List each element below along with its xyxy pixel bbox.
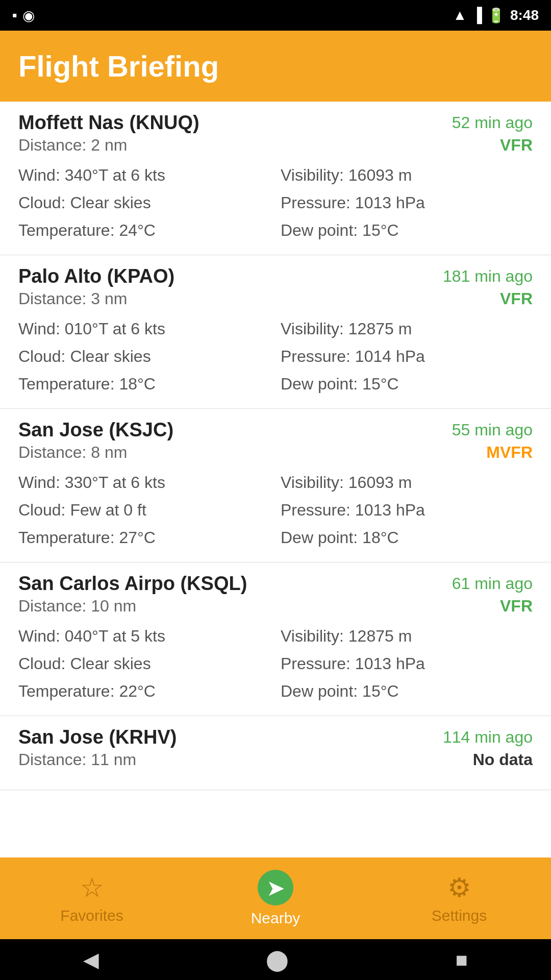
airport-header-0: Moffett Nas (KNUQ) 52 min ago	[18, 112, 533, 134]
temperature-3: Temperature: 22°C	[18, 679, 270, 703]
pressure-0: Pressure: 1013 hPa	[281, 190, 533, 215]
distance-2: Distance: 8 nm	[18, 443, 127, 462]
visibility-0: Visibility: 16093 m	[281, 163, 533, 187]
cloud-1: Cloud: Clear skies	[18, 344, 270, 369]
visibility-3: Visibility: 12875 m	[281, 624, 533, 648]
circle-icon: ◉	[22, 7, 35, 24]
distance-row-4: Distance: 11 nm No data	[18, 750, 533, 769]
temperature-1: Temperature: 18°C	[18, 372, 270, 396]
dewpoint-0: Dew point: 15°C	[281, 218, 533, 242]
recents-button[interactable]: ■	[456, 948, 468, 971]
wind-1: Wind: 010°T at 6 kts	[18, 316, 270, 341]
visibility-1: Visibility: 12875 m	[281, 316, 533, 341]
flight-rule-3: VFR	[500, 597, 533, 616]
flight-rule-1: VFR	[500, 289, 533, 308]
distance-row-0: Distance: 2 nm VFR	[18, 136, 533, 155]
airport-section-3[interactable]: San Carlos Airpo (KSQL) 61 min ago Dista…	[0, 562, 551, 716]
system-nav: ◀ ⬤ ■	[0, 939, 551, 980]
status-bar: ▪ ◉ ▲ ▐ 🔋 8:48	[0, 0, 551, 31]
favorites-icon: ☆	[80, 872, 104, 903]
dewpoint-1: Dew point: 15°C	[281, 372, 533, 396]
flight-rule-2: MVFR	[486, 443, 533, 462]
nav-settings-label: Settings	[432, 907, 487, 924]
weather-grid-3: Wind: 040°T at 5 kts Visibility: 12875 m…	[18, 624, 533, 703]
airport-name-1: Palo Alto (KPAO)	[18, 265, 174, 287]
dewpoint-3: Dew point: 15°C	[281, 679, 533, 703]
page-title: Flight Briefing	[18, 49, 533, 83]
time-ago-4: 114 min ago	[443, 728, 533, 747]
airport-section-4[interactable]: San Jose (KRHV) 114 min ago Distance: 11…	[0, 716, 551, 790]
bottom-nav: ☆ Favorites ➤ Nearby ⚙ Settings	[0, 857, 551, 939]
airports-list: Moffett Nas (KNUQ) 52 min ago Distance: …	[0, 102, 551, 790]
airport-name-2: San Jose (KSJC)	[18, 419, 173, 441]
airport-name-0: Moffett Nas (KNUQ)	[18, 112, 199, 134]
airport-section-1[interactable]: Palo Alto (KPAO) 181 min ago Distance: 3…	[0, 255, 551, 409]
time-ago-3: 61 min ago	[452, 574, 533, 593]
airport-header-3: San Carlos Airpo (KSQL) 61 min ago	[18, 573, 533, 595]
distance-4: Distance: 11 nm	[18, 750, 136, 769]
signal-icon: ▐	[472, 7, 482, 23]
airport-name-4: San Jose (KRHV)	[18, 726, 177, 748]
airport-section-2[interactable]: San Jose (KSJC) 55 min ago Distance: 8 n…	[0, 409, 551, 562]
nav-favorites-label: Favorites	[60, 907, 123, 924]
distance-0: Distance: 2 nm	[18, 136, 127, 155]
airport-header-2: San Jose (KSJC) 55 min ago	[18, 419, 533, 441]
time: 8:48	[510, 7, 539, 23]
weather-grid-1: Wind: 010°T at 6 kts Visibility: 12875 m…	[18, 316, 533, 396]
airport-header-1: Palo Alto (KPAO) 181 min ago	[18, 265, 533, 287]
airport-header-4: San Jose (KRHV) 114 min ago	[18, 726, 533, 748]
wind-2: Wind: 330°T at 6 kts	[18, 470, 270, 495]
status-right-icons: ▲ ▐ 🔋 8:48	[453, 7, 539, 24]
cloud-0: Cloud: Clear skies	[18, 190, 270, 215]
weather-grid-0: Wind: 340°T at 6 kts Visibility: 16093 m…	[18, 163, 533, 242]
sd-card-icon: ▪	[12, 7, 17, 23]
wind-3: Wind: 040°T at 5 kts	[18, 624, 270, 648]
airport-name-3: San Carlos Airpo (KSQL)	[18, 573, 247, 595]
visibility-2: Visibility: 16093 m	[281, 470, 533, 495]
nav-nearby-label: Nearby	[251, 910, 300, 927]
temperature-2: Temperature: 27°C	[18, 525, 270, 550]
settings-icon: ⚙	[447, 872, 471, 903]
time-ago-0: 52 min ago	[452, 113, 533, 132]
battery-icon: 🔋	[487, 7, 505, 24]
content-area: Moffett Nas (KNUQ) 52 min ago Distance: …	[0, 102, 551, 913]
status-left-icons: ▪ ◉	[12, 7, 35, 24]
home-button[interactable]: ⬤	[266, 948, 289, 971]
weather-grid-2: Wind: 330°T at 6 kts Visibility: 16093 m…	[18, 470, 533, 550]
cloud-3: Cloud: Clear skies	[18, 651, 270, 676]
distance-row-3: Distance: 10 nm VFR	[18, 597, 533, 616]
pressure-2: Pressure: 1013 hPa	[281, 498, 533, 522]
pressure-1: Pressure: 1014 hPa	[281, 344, 533, 369]
temperature-0: Temperature: 24°C	[18, 218, 270, 242]
nearby-icon-circle: ➤	[258, 870, 293, 905]
time-ago-2: 55 min ago	[452, 421, 533, 439]
time-ago-1: 181 min ago	[443, 267, 533, 286]
flight-rule-0: VFR	[500, 136, 533, 155]
dewpoint-2: Dew point: 18°C	[281, 525, 533, 550]
wind-0: Wind: 340°T at 6 kts	[18, 163, 270, 187]
distance-row-2: Distance: 8 nm MVFR	[18, 443, 533, 462]
distance-row-1: Distance: 3 nm VFR	[18, 289, 533, 308]
back-button[interactable]: ◀	[83, 948, 99, 971]
distance-1: Distance: 3 nm	[18, 289, 127, 308]
flight-rule-4: No data	[473, 750, 533, 769]
distance-3: Distance: 10 nm	[18, 597, 136, 616]
cloud-2: Cloud: Few at 0 ft	[18, 498, 270, 522]
nav-settings[interactable]: ⚙ Settings	[367, 872, 551, 924]
nearby-icon: ➤	[266, 875, 285, 901]
wifi-icon: ▲	[453, 7, 467, 23]
nav-nearby[interactable]: ➤ Nearby	[184, 870, 367, 927]
pressure-3: Pressure: 1013 hPa	[281, 651, 533, 676]
nav-favorites[interactable]: ☆ Favorites	[0, 872, 184, 924]
airport-section-0[interactable]: Moffett Nas (KNUQ) 52 min ago Distance: …	[0, 102, 551, 255]
header: Flight Briefing	[0, 31, 551, 102]
